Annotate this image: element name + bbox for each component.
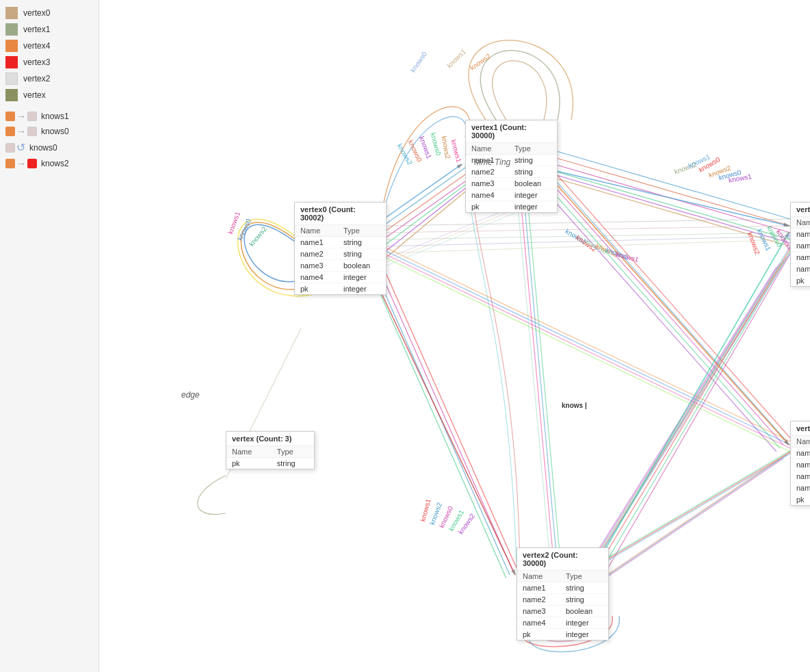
node-vertex-header: vertex (Count: 3) (226, 432, 314, 446)
edge-label-knows1-tr3: knows1 (728, 172, 752, 184)
table-row: name4integer (295, 272, 386, 283)
svg-line-12 (383, 219, 790, 226)
legend-label-vertex4: vertex4 (23, 41, 50, 51)
edge-label-knows2-tr2: knows2 (707, 164, 732, 179)
svg-line-24 (540, 178, 780, 448)
mme-ting-label: Mme Ting (474, 157, 510, 167)
col-header-type6: Type (272, 446, 314, 458)
graph-canvas[interactable]: knows0 knows1 knows2 knows1 knows0 knows… (99, 0, 810, 672)
edge-label-r1: knows2 (746, 231, 761, 256)
node-vertex4-header: vertex4 (Count: 30000) (791, 422, 810, 436)
vertex4-color-swatch (5, 40, 18, 52)
edge-label-knows1-tr: knows1 (687, 153, 711, 169)
svg-line-9 (554, 171, 790, 240)
col-header-name3: Name (517, 571, 560, 582)
table-row: pkinteger (791, 494, 810, 506)
svg-line-31 (599, 448, 797, 565)
svg-line-11 (554, 178, 790, 246)
legend-item-vertex3[interactable]: vertex3 (5, 56, 93, 68)
edge-label-knows1-mid2: knows1 (449, 139, 462, 164)
col-header-name2: Name (466, 143, 509, 155)
legend-item-knows1[interactable]: → knows1 (5, 111, 93, 122)
knows1-left-box (5, 112, 15, 121)
node-vertex4[interactable]: vertex4 (Count: 30000) NameType name1str… (790, 421, 810, 506)
knows0loop-box (5, 143, 15, 153)
edge-label-knows0-tr3: knows0 (718, 168, 742, 181)
svg-line-41 (523, 192, 558, 568)
svg-line-0 (383, 168, 465, 226)
svg-line-59 (359, 246, 515, 575)
table-row: name4integer (791, 482, 810, 494)
table-row: name1string (791, 448, 810, 459)
legend-item-vertex4[interactable]: vertex4 (5, 40, 93, 52)
edge-label-knows2-tr: knows2 (673, 161, 698, 176)
knows0-edge-icon: → (5, 126, 37, 137)
vertex0-color-swatch (5, 7, 18, 19)
knows2-right-box (27, 159, 37, 168)
legend-item-knows2[interactable]: → knows2 (5, 158, 93, 169)
edge-label-knows1-mid1: knows1 (418, 135, 433, 160)
edge-label-knows1-right: knows1 (564, 227, 588, 245)
svg-line-35 (383, 253, 790, 448)
svg-line-14 (383, 233, 790, 240)
table-row: name3boolean (295, 260, 386, 272)
svg-line-53 (588, 455, 787, 589)
table-row: name3boolean (466, 178, 557, 190)
legend-label-knows0-loop: knows0 (29, 143, 57, 153)
svg-line-39 (517, 192, 551, 568)
node-vertex2[interactable]: vertex2 (Count: 30000) NameType name1str… (517, 547, 609, 641)
node-vertex3-header: vertex3 (Count: 30000) (791, 203, 810, 217)
edge-label-knows1-left: knows1 (226, 211, 241, 235)
node-vertex0-header: vertex0 (Count: 30002) (295, 203, 386, 225)
svg-line-58 (551, 178, 789, 445)
vertex-color-swatch (5, 89, 18, 101)
svg-line-50 (582, 263, 780, 578)
legend-item-vertex[interactable]: vertex (5, 89, 93, 101)
table-row: name1string (791, 229, 810, 240)
svg-line-15 (383, 236, 790, 246)
svg-line-3 (383, 185, 465, 246)
edge-label-knows2-top: knows2 (469, 52, 492, 71)
legend-label-knows2: knows2 (41, 159, 69, 168)
vertex3-color-swatch (5, 56, 18, 68)
svg-line-30 (595, 452, 794, 568)
svg-line-17 (383, 267, 517, 568)
edge-label-knows0-right2: knows0 (605, 246, 629, 261)
legend-label-vertex2: vertex2 (23, 74, 50, 83)
edge-label-knows1-right2: knows1 (615, 250, 640, 263)
node-vertex0[interactable]: vertex0 (Count: 30002) NameType name1str… (294, 202, 387, 295)
vertex2-color-swatch (5, 73, 18, 85)
loop-icon: ↺ (16, 141, 25, 154)
svg-line-16 (383, 240, 790, 253)
col-header-name5: Name (791, 436, 810, 448)
legend-item-knows0[interactable]: → knows0 (5, 126, 93, 137)
svg-line-29 (602, 236, 800, 578)
node-vertex4-table: NameType name1string name2string name3bo… (791, 436, 810, 505)
edge-label-knows-pipe: knows | (562, 402, 587, 409)
legend-item-vertex2[interactable]: vertex2 (5, 73, 93, 85)
node-vertex[interactable]: vertex (Count: 3) NameType pkstring (226, 431, 315, 469)
table-row: name1string (295, 237, 386, 248)
legend-item-knows0-loop[interactable]: ↺ knows0 (5, 141, 93, 154)
col-header-type3: Type (560, 571, 608, 582)
svg-line-51 (578, 267, 776, 582)
col-header-name6: Name (226, 446, 272, 458)
table-row: name2string (295, 248, 386, 260)
col-header-name: Name (295, 225, 338, 237)
legend-item-vertex0[interactable]: vertex0 (5, 7, 93, 19)
node-vertex3[interactable]: vertex3 (Count: 30000) NameType name1str… (790, 202, 810, 287)
knows0-loop-icon: ↺ (5, 141, 25, 154)
table-row: name2string (791, 240, 810, 252)
knows2-left-box (5, 159, 15, 168)
svg-line-33 (383, 246, 790, 441)
knows0-right-box (27, 127, 37, 136)
legend-item-vertex1[interactable]: vertex1 (5, 23, 93, 36)
svg-line-10 (554, 175, 790, 243)
table-row: pkinteger (517, 629, 608, 641)
col-header-type2: Type (509, 143, 557, 155)
legend-label-vertex0: vertex0 (23, 8, 50, 18)
svg-line-19 (376, 274, 510, 575)
edge-label-knows0-mid2: knows0 (429, 132, 442, 157)
svg-line-60 (590, 233, 789, 575)
edge-label-text: edge (181, 390, 200, 400)
